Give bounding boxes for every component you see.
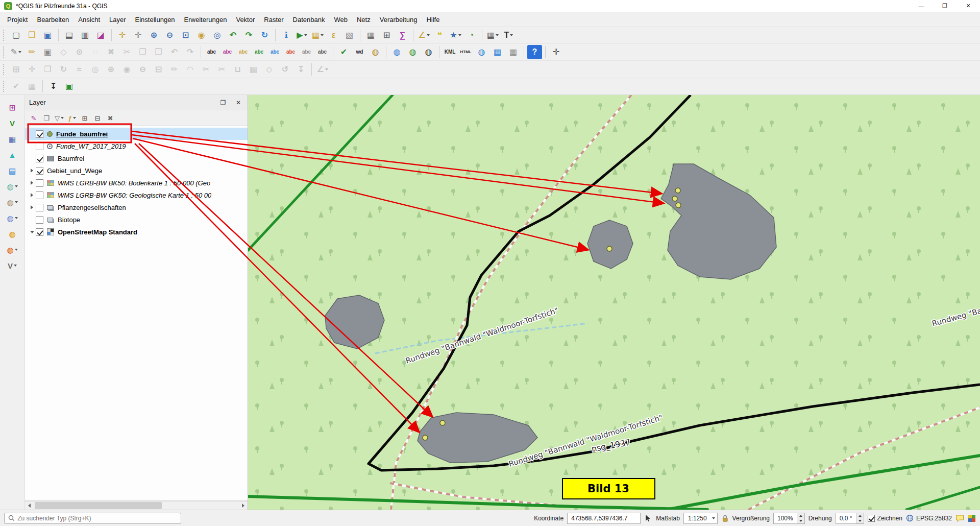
layer-item-baumfrei[interactable]: Baumfrei	[25, 152, 248, 164]
layer-item-biotope[interactable]: Biotope	[25, 213, 248, 226]
dropdown-arrow-icon[interactable]	[15, 217, 18, 219]
panel-horizontal-scrollbar[interactable]	[25, 501, 248, 510]
dropdown-arrow-icon[interactable]	[321, 34, 324, 36]
layer-item-wms-gk50[interactable]: WMS LGRB-BW GK50: Geologische Karte 1 : …	[25, 189, 248, 201]
save-project-icon[interactable]: ▣	[40, 28, 55, 42]
temporal-controller-icon[interactable]: ◔	[464, 28, 479, 42]
add-point-feature-icon[interactable]: ⊙	[72, 45, 87, 59]
menu-verarbeitung[interactable]: Verarbeitung	[375, 12, 422, 27]
mouse-position-icon[interactable]	[644, 514, 652, 522]
run-feature-action-icon[interactable]: ▶	[295, 28, 309, 42]
menu-web[interactable]: Web	[329, 12, 352, 27]
layer-item-openstreetmap[interactable]: OpenStreetMap Standard	[25, 226, 248, 238]
undo-icon[interactable]: ↶	[167, 45, 182, 59]
zoom-out-icon[interactable]: ⊖	[162, 28, 177, 42]
remove-layer-icon[interactable]: ✖	[105, 112, 116, 124]
map-tips-icon[interactable]: ❝	[432, 28, 447, 42]
vertex-tool-all-layers-icon[interactable]: ◇	[262, 62, 277, 77]
cut-features-icon[interactable]: ✂	[119, 45, 134, 59]
zoom-to-selection-icon[interactable]: ◉	[194, 28, 209, 42]
spin-up-icon[interactable]	[856, 513, 864, 518]
pan-map-icon[interactable]: ✛	[115, 28, 130, 42]
dropdown-arrow-icon[interactable]	[15, 185, 18, 187]
new-print-layout-icon[interactable]: ▤	[62, 28, 77, 42]
add-vector-layer-icon[interactable]: V	[5, 116, 19, 130]
rotate-point-symbols-icon[interactable]: ↺	[278, 62, 292, 77]
identify-features-icon[interactable]: ℹ	[279, 28, 293, 42]
layer-checkbox[interactable]	[36, 204, 43, 211]
map-canvas[interactable]: Rundweg "Bannwald "Waldmoor-Torfstich" R…	[248, 95, 980, 510]
move-feature-icon[interactable]: ✛	[24, 62, 39, 77]
new-3d-map-icon[interactable]: ▦	[485, 28, 500, 42]
expander-icon[interactable]	[28, 169, 36, 173]
vertex-tool-icon[interactable]: ◌	[88, 45, 103, 59]
scroll-right-icon[interactable]	[239, 501, 248, 510]
menu-vektor[interactable]: Vektor	[231, 12, 259, 27]
spin-down-icon[interactable]	[856, 518, 864, 523]
magnifier-spinbox[interactable]: 100%	[773, 513, 805, 524]
add-spatialite-layer-icon[interactable]: ◍	[5, 195, 19, 209]
layer-item-pflanzengesellschaften[interactable]: Pflanzengesellschaften	[25, 201, 248, 213]
crosshair-icon[interactable]: ✛	[549, 45, 564, 59]
collapse-all-icon[interactable]: ⊟	[92, 112, 103, 124]
paste-features-icon[interactable]: ❒	[151, 45, 166, 59]
menu-bearbeiten[interactable]: Bearbeiten	[32, 12, 74, 27]
layer-checkbox[interactable]	[36, 179, 43, 187]
menu-hilfe[interactable]: Hilfe	[422, 12, 444, 27]
menu-layer[interactable]: Layer	[105, 12, 131, 27]
style-manager-icon[interactable]: ◪	[93, 28, 108, 42]
globe-blue-icon[interactable]: ◍	[474, 45, 489, 59]
measure-icon[interactable]: ∠	[416, 28, 431, 42]
split-parts-icon[interactable]: ✂	[214, 62, 229, 77]
check-geometries-icon[interactable]: ✔	[9, 79, 23, 93]
layer-item-gebiet-und-wege[interactable]: Gebiet_und_Wege	[25, 164, 248, 177]
layer-checkbox[interactable]	[36, 228, 43, 236]
dropdown-arrow-icon[interactable]	[61, 117, 64, 119]
save-edits-icon[interactable]: ▣	[40, 45, 55, 59]
close-panel-button[interactable]: ✕	[234, 98, 243, 107]
expander-icon[interactable]	[28, 193, 36, 197]
simplify-feature-icon[interactable]: ≈	[72, 62, 87, 77]
digitize-segment-icon[interactable]: ◇	[56, 45, 71, 59]
redo-icon[interactable]: ↷	[183, 45, 198, 59]
scroll-left-icon[interactable]	[25, 501, 34, 510]
zoom-in-icon[interactable]: ⊕	[146, 28, 161, 42]
filter-legend-icon[interactable]: ▽	[54, 112, 65, 124]
render-checkbox[interactable]	[868, 515, 875, 522]
dropdown-arrow-icon[interactable]	[458, 34, 461, 36]
messages-icon[interactable]	[955, 514, 964, 522]
open-layer-styling-icon[interactable]: ✎	[28, 112, 39, 124]
menu-ansicht[interactable]: Ansicht	[74, 12, 105, 27]
filter-by-expression-icon[interactable]: ƒ	[66, 112, 78, 124]
offset-curve-icon[interactable]: ◠	[183, 62, 198, 77]
topology-checker-icon[interactable]: ▦	[24, 79, 39, 93]
render-toggle[interactable]: Zeichnen	[868, 515, 902, 522]
dropdown-arrow-icon[interactable]	[18, 51, 21, 53]
add-ring-icon[interactable]: ◎	[88, 62, 103, 77]
refresh-map-icon[interactable]: ↻	[257, 28, 272, 42]
layer-item-wms-bk50[interactable]: WMS LGRB-BW BK50: Bodenkarte 1 : 50 000 …	[25, 177, 248, 189]
select-by-expression-icon[interactable]: ε	[326, 28, 341, 42]
dropdown-arrow-icon[interactable]	[15, 249, 18, 251]
crs-status[interactable]: EPSG:25832	[906, 514, 952, 522]
field-calculator-icon[interactable]: ⊞	[379, 28, 394, 42]
select-features-icon[interactable]: ▦	[310, 28, 325, 42]
enable-advanced-digitizing-icon[interactable]: ⊞	[9, 62, 23, 77]
reshape-features-icon[interactable]: ✏	[167, 62, 182, 77]
layer-checkbox[interactable]	[36, 142, 43, 150]
check-validity-icon[interactable]: ✔	[336, 45, 351, 59]
new-project-icon[interactable]: ▢	[9, 28, 23, 42]
float-panel-button[interactable]: ❐	[218, 98, 228, 107]
menu-datenbank[interactable]: Datenbank	[288, 12, 330, 27]
delete-selected-icon[interactable]: ✖	[104, 45, 118, 59]
add-group-icon[interactable]: ❒	[41, 112, 52, 124]
grid-gray-icon[interactable]: ▦	[506, 45, 521, 59]
dropdown-arrow-icon[interactable]	[15, 201, 18, 203]
kml-export-icon[interactable]: KML	[443, 45, 457, 59]
db-manager-icon[interactable]: ◍	[368, 45, 383, 59]
scale-combobox[interactable]: 1:1250	[683, 513, 718, 524]
toolbar-handle[interactable]	[3, 64, 5, 75]
metasearch-icon[interactable]: ◍	[389, 45, 404, 59]
layer-labeling-icon[interactable]: abc	[204, 45, 219, 59]
layer-diagram-icon[interactable]: abc	[220, 45, 235, 59]
